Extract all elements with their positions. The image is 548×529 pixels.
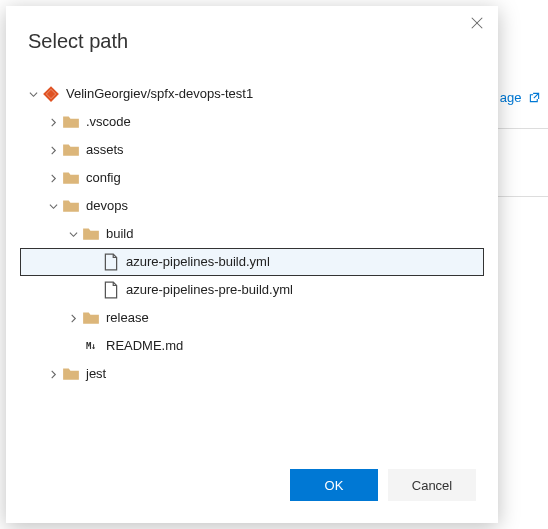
- chevron-down-icon: [66, 230, 80, 239]
- tree-item-label: VelinGeorgiev/spfx-devops-test1: [66, 80, 253, 108]
- folder-icon: [62, 113, 80, 131]
- chevron-down-icon: [26, 90, 40, 99]
- ok-button[interactable]: OK: [290, 469, 378, 501]
- tree-item-label: azure-pipelines-build.yml: [126, 248, 270, 276]
- folder-icon: [62, 169, 80, 187]
- folder-icon: [62, 141, 80, 159]
- background-link-text: age: [500, 90, 522, 105]
- tree-item-assets[interactable]: assets: [20, 136, 484, 164]
- external-link-icon: [525, 90, 540, 105]
- file-icon: [102, 281, 120, 299]
- file-icon: [102, 253, 120, 271]
- tree-item-label: config: [86, 164, 121, 192]
- close-button[interactable]: [470, 16, 486, 32]
- tree-item-file-prebuild[interactable]: azure-pipelines-pre-build.yml: [20, 276, 484, 304]
- folder-icon: [62, 365, 80, 383]
- path-tree[interactable]: VelinGeorgiev/spfx-devops-test1 .vscode …: [20, 71, 484, 453]
- tree-item-label: assets: [86, 136, 124, 164]
- tree-item-build[interactable]: build: [20, 220, 484, 248]
- tree-item-label: README.md: [106, 332, 183, 360]
- dialog-header: Select path: [6, 6, 498, 65]
- tree-item-label: jest: [86, 360, 106, 388]
- tree-item-label: azure-pipelines-pre-build.yml: [126, 276, 293, 304]
- folder-icon: [82, 225, 100, 243]
- cancel-button[interactable]: Cancel: [388, 469, 476, 501]
- tree-item-release[interactable]: release: [20, 304, 484, 332]
- chevron-right-icon: [66, 314, 80, 323]
- chevron-right-icon: [46, 118, 60, 127]
- tree-item-devops[interactable]: devops: [20, 192, 484, 220]
- tree-item-file-build[interactable]: azure-pipelines-build.yml: [20, 248, 484, 276]
- tree-item-readme[interactable]: M↓ README.md: [20, 332, 484, 360]
- dialog-footer: OK Cancel: [6, 453, 498, 523]
- chevron-right-icon: [46, 146, 60, 155]
- tree-item-label: devops: [86, 192, 128, 220]
- tree-item-label: .vscode: [86, 108, 131, 136]
- chevron-down-icon: [46, 202, 60, 211]
- chevron-right-icon: [46, 174, 60, 183]
- tree-item-jest[interactable]: jest: [20, 360, 484, 388]
- chevron-right-icon: [46, 370, 60, 379]
- repo-icon: [42, 85, 60, 103]
- tree-item-label: release: [106, 304, 149, 332]
- select-path-dialog: Select path VelinGeorgiev/spfx-devops-te…: [6, 6, 498, 523]
- background-link[interactable]: age: [500, 90, 540, 105]
- tree-item-config[interactable]: config: [20, 164, 484, 192]
- dialog-title: Select path: [28, 30, 476, 53]
- tree-item-repo[interactable]: VelinGeorgiev/spfx-devops-test1: [20, 80, 484, 108]
- markdown-icon: M↓: [82, 337, 100, 355]
- tree-item-label: build: [106, 220, 133, 248]
- folder-icon: [82, 309, 100, 327]
- tree-item-vscode[interactable]: .vscode: [20, 108, 484, 136]
- folder-icon: [62, 197, 80, 215]
